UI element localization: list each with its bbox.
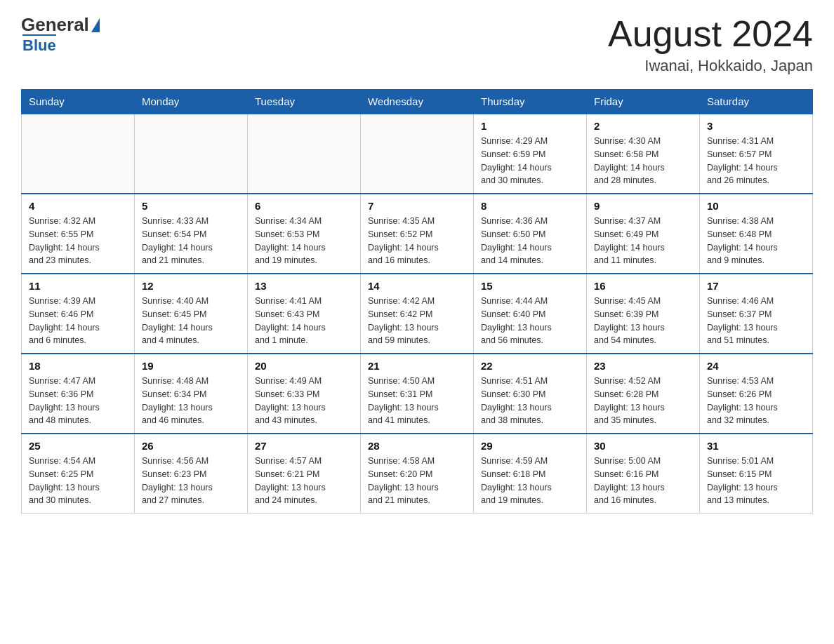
day-info: Sunrise: 5:00 AM Sunset: 6:16 PM Dayligh… [594,455,692,507]
calendar-cell: 26Sunrise: 4:56 AM Sunset: 6:23 PM Dayli… [135,434,248,514]
day-number: 18 [29,360,127,372]
day-number: 29 [481,440,579,452]
calendar-cell: 11Sunrise: 4:39 AM Sunset: 6:46 PM Dayli… [22,274,135,354]
day-info: Sunrise: 4:38 AM Sunset: 6:48 PM Dayligh… [707,215,805,267]
weekday-header-thursday: Thursday [474,90,587,114]
day-number: 3 [707,120,805,132]
day-number: 6 [255,200,353,212]
calendar-cell: 8Sunrise: 4:36 AM Sunset: 6:50 PM Daylig… [474,194,587,274]
day-info: Sunrise: 5:01 AM Sunset: 6:15 PM Dayligh… [707,455,805,507]
weekday-header-row: SundayMondayTuesdayWednesdayThursdayFrid… [22,90,813,114]
day-info: Sunrise: 4:50 AM Sunset: 6:31 PM Dayligh… [368,375,466,427]
calendar-cell: 28Sunrise: 4:58 AM Sunset: 6:20 PM Dayli… [361,434,474,514]
week-row-2: 4Sunrise: 4:32 AM Sunset: 6:55 PM Daylig… [22,194,813,274]
day-number: 24 [707,360,805,372]
day-number: 26 [142,440,240,452]
day-number: 27 [255,440,353,452]
calendar-subtitle: Iwanai, Hokkaido, Japan [608,57,813,75]
calendar-cell: 24Sunrise: 4:53 AM Sunset: 6:26 PM Dayli… [700,354,813,434]
calendar-cell [135,114,248,194]
calendar-cell: 10Sunrise: 4:38 AM Sunset: 6:48 PM Dayli… [700,194,813,274]
day-info: Sunrise: 4:49 AM Sunset: 6:33 PM Dayligh… [255,375,353,427]
header: General Blue August 2024 Iwanai, Hokkaid… [21,14,813,75]
calendar-cell: 30Sunrise: 5:00 AM Sunset: 6:16 PM Dayli… [587,434,700,514]
day-info: Sunrise: 4:58 AM Sunset: 6:20 PM Dayligh… [368,455,466,507]
day-number: 25 [29,440,127,452]
calendar-cell: 15Sunrise: 4:44 AM Sunset: 6:40 PM Dayli… [474,274,587,354]
day-info: Sunrise: 4:35 AM Sunset: 6:52 PM Dayligh… [368,215,466,267]
day-info: Sunrise: 4:59 AM Sunset: 6:18 PM Dayligh… [481,455,579,507]
day-number: 12 [142,280,240,292]
calendar-cell: 7Sunrise: 4:35 AM Sunset: 6:52 PM Daylig… [361,194,474,274]
calendar-cell: 17Sunrise: 4:46 AM Sunset: 6:37 PM Dayli… [700,274,813,354]
day-info: Sunrise: 4:30 AM Sunset: 6:58 PM Dayligh… [594,135,692,187]
weekday-header-tuesday: Tuesday [248,90,361,114]
calendar-cell: 9Sunrise: 4:37 AM Sunset: 6:49 PM Daylig… [587,194,700,274]
calendar-cell: 25Sunrise: 4:54 AM Sunset: 6:25 PM Dayli… [22,434,135,514]
day-info: Sunrise: 4:34 AM Sunset: 6:53 PM Dayligh… [255,215,353,267]
day-number: 20 [255,360,353,372]
day-info: Sunrise: 4:54 AM Sunset: 6:25 PM Dayligh… [29,455,127,507]
day-info: Sunrise: 4:37 AM Sunset: 6:49 PM Dayligh… [594,215,692,267]
day-number: 7 [368,200,466,212]
day-number: 2 [594,120,692,132]
day-info: Sunrise: 4:41 AM Sunset: 6:43 PM Dayligh… [255,295,353,347]
logo-triangle-icon [91,18,100,32]
day-info: Sunrise: 4:52 AM Sunset: 6:28 PM Dayligh… [594,375,692,427]
title-area: August 2024 Iwanai, Hokkaido, Japan [608,14,813,75]
day-number: 8 [481,200,579,212]
day-info: Sunrise: 4:33 AM Sunset: 6:54 PM Dayligh… [142,215,240,267]
week-row-1: 1Sunrise: 4:29 AM Sunset: 6:59 PM Daylig… [22,114,813,194]
day-number: 16 [594,280,692,292]
calendar-cell [22,114,135,194]
week-row-3: 11Sunrise: 4:39 AM Sunset: 6:46 PM Dayli… [22,274,813,354]
day-number: 1 [481,120,579,132]
calendar-cell: 18Sunrise: 4:47 AM Sunset: 6:36 PM Dayli… [22,354,135,434]
calendar-cell: 22Sunrise: 4:51 AM Sunset: 6:30 PM Dayli… [474,354,587,434]
day-info: Sunrise: 4:42 AM Sunset: 6:42 PM Dayligh… [368,295,466,347]
day-number: 10 [707,200,805,212]
calendar-cell: 1Sunrise: 4:29 AM Sunset: 6:59 PM Daylig… [474,114,587,194]
calendar-cell: 12Sunrise: 4:40 AM Sunset: 6:45 PM Dayli… [135,274,248,354]
day-info: Sunrise: 4:57 AM Sunset: 6:21 PM Dayligh… [255,455,353,507]
week-row-5: 25Sunrise: 4:54 AM Sunset: 6:25 PM Dayli… [22,434,813,514]
calendar-cell: 29Sunrise: 4:59 AM Sunset: 6:18 PM Dayli… [474,434,587,514]
week-row-4: 18Sunrise: 4:47 AM Sunset: 6:36 PM Dayli… [22,354,813,434]
day-info: Sunrise: 4:40 AM Sunset: 6:45 PM Dayligh… [142,295,240,347]
day-number: 5 [142,200,240,212]
calendar-cell: 13Sunrise: 4:41 AM Sunset: 6:43 PM Dayli… [248,274,361,354]
day-info: Sunrise: 4:56 AM Sunset: 6:23 PM Dayligh… [142,455,240,507]
calendar-table: SundayMondayTuesdayWednesdayThursdayFrid… [21,89,813,514]
day-number: 17 [707,280,805,292]
weekday-header-sunday: Sunday [22,90,135,114]
day-info: Sunrise: 4:32 AM Sunset: 6:55 PM Dayligh… [29,215,127,267]
day-number: 21 [368,360,466,372]
day-number: 28 [368,440,466,452]
calendar-cell [361,114,474,194]
day-info: Sunrise: 4:45 AM Sunset: 6:39 PM Dayligh… [594,295,692,347]
day-number: 9 [594,200,692,212]
calendar-cell: 27Sunrise: 4:57 AM Sunset: 6:21 PM Dayli… [248,434,361,514]
day-number: 30 [594,440,692,452]
calendar-title: August 2024 [608,14,813,54]
day-number: 13 [255,280,353,292]
calendar-cell: 2Sunrise: 4:30 AM Sunset: 6:58 PM Daylig… [587,114,700,194]
day-info: Sunrise: 4:48 AM Sunset: 6:34 PM Dayligh… [142,375,240,427]
weekday-header-saturday: Saturday [700,90,813,114]
day-number: 19 [142,360,240,372]
calendar-cell [248,114,361,194]
calendar-cell: 14Sunrise: 4:42 AM Sunset: 6:42 PM Dayli… [361,274,474,354]
day-info: Sunrise: 4:36 AM Sunset: 6:50 PM Dayligh… [481,215,579,267]
day-info: Sunrise: 4:31 AM Sunset: 6:57 PM Dayligh… [707,135,805,187]
calendar-cell: 31Sunrise: 5:01 AM Sunset: 6:15 PM Dayli… [700,434,813,514]
calendar-cell: 5Sunrise: 4:33 AM Sunset: 6:54 PM Daylig… [135,194,248,274]
day-number: 14 [368,280,466,292]
logo-blue-text: Blue [22,34,56,55]
calendar-cell: 19Sunrise: 4:48 AM Sunset: 6:34 PM Dayli… [135,354,248,434]
calendar-cell: 21Sunrise: 4:50 AM Sunset: 6:31 PM Dayli… [361,354,474,434]
day-number: 23 [594,360,692,372]
calendar-cell: 23Sunrise: 4:52 AM Sunset: 6:28 PM Dayli… [587,354,700,434]
day-number: 11 [29,280,127,292]
day-number: 4 [29,200,127,212]
calendar-cell: 3Sunrise: 4:31 AM Sunset: 6:57 PM Daylig… [700,114,813,194]
